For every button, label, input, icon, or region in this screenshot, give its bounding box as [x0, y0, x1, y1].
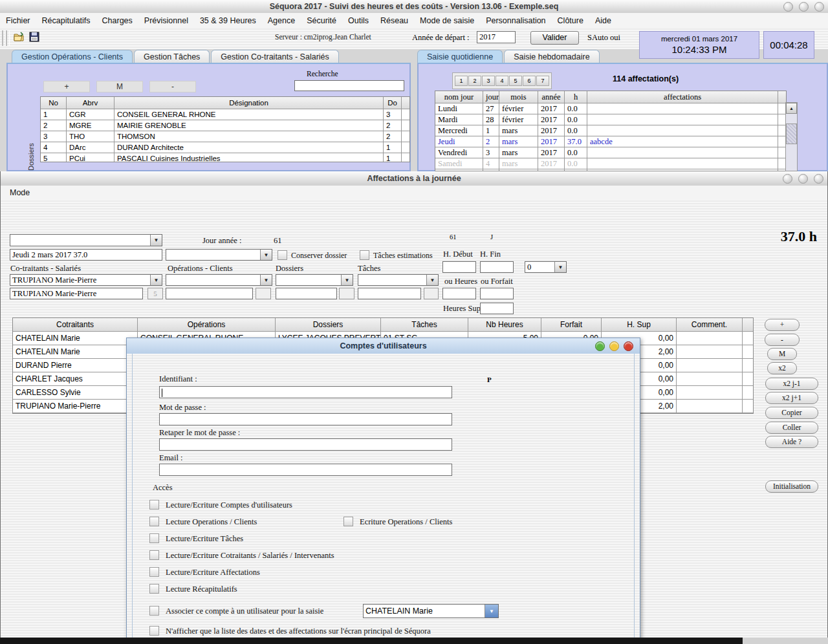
display-only-checkbox[interactable]	[149, 626, 159, 636]
ou-forfait-input[interactable]	[480, 288, 514, 299]
access-checkbox-ecriture-operations-clients[interactable]	[343, 517, 353, 526]
table-row[interactable]: Jeudi2mars201737.0aabcde	[435, 136, 786, 147]
maximize-icon[interactable]	[799, 2, 809, 12]
pager-button-4[interactable]: 4	[496, 76, 508, 86]
validate-year-button[interactable]: Valider	[530, 31, 579, 45]
table-row[interactable]: 1CGRCONSEIL GENERAL RHONE3	[41, 109, 409, 120]
toolbar-grip[interactable]	[6, 30, 10, 46]
taches-estimations-checkbox[interactable]	[360, 250, 369, 260]
secondary-combo[interactable]: ▼	[166, 249, 272, 261]
side-button-m[interactable]: M	[767, 348, 797, 360]
main-titlebar[interactable]: Séquora 2017 - Suivi des heures et des c…	[0, 0, 828, 14]
access-checkbox-lecture-operations-clients[interactable]	[149, 517, 159, 526]
menu-fichier[interactable]: Fichier	[0, 16, 36, 25]
h-fin-input[interactable]	[480, 261, 514, 273]
heures-sup-input[interactable]	[480, 303, 514, 314]
table-row[interactable]: 4DArcDURAND Architecte1	[41, 142, 409, 153]
search-input[interactable]	[294, 80, 404, 91]
initialisation-button[interactable]: Initialisation	[765, 480, 818, 493]
start-year-input[interactable]	[477, 31, 516, 43]
chevron-down-icon[interactable]: ▼	[341, 275, 353, 285]
close-icon[interactable]	[624, 341, 633, 351]
chevron-down-icon[interactable]: ▼	[260, 275, 272, 285]
side-button-coller[interactable]: Coller	[765, 422, 818, 434]
operations-combo[interactable]: ▼	[166, 274, 272, 286]
days-scrollbar[interactable]: ▲	[785, 102, 798, 171]
chevron-down-icon[interactable]: ▼	[150, 275, 162, 285]
pager-button-7[interactable]: 7	[536, 76, 549, 86]
close-icon[interactable]	[814, 174, 823, 184]
maximize-icon[interactable]	[798, 174, 808, 184]
close-icon[interactable]	[814, 2, 824, 12]
menu-outils[interactable]: Outils	[342, 16, 375, 25]
cotraitant-combo[interactable]: TRUPIANO Marie-Pierre▼	[10, 274, 162, 286]
scrollbar-thumb[interactable]	[786, 123, 797, 144]
menu-35-39-heures[interactable]: 35 & 39 Heures	[194, 16, 262, 25]
side-button-[interactable]: -	[765, 334, 800, 346]
cotraitant-field[interactable]: TRUPIANO Marie-Pierre	[10, 288, 143, 299]
access-checkbox-lecture-ecriture-t-ches[interactable]	[149, 533, 159, 543]
menu-agence[interactable]: Agence	[262, 16, 301, 25]
client-modify-button[interactable]: M	[96, 81, 143, 92]
password-input[interactable]	[159, 413, 452, 425]
menu-aide[interactable]: Aide	[589, 16, 617, 25]
tab-gestion-co-traitants-salari-s[interactable]: Gestion Co-traitants - Salariés	[211, 50, 338, 63]
side-button-copier[interactable]: Copier	[765, 407, 818, 419]
access-checkbox-lecture-r-capitulatifs[interactable]	[149, 584, 159, 594]
menu-mode[interactable]: Mode	[1, 188, 36, 197]
dossiers-combo[interactable]: ▼	[276, 274, 353, 286]
pager-button-6[interactable]: 6	[523, 76, 536, 86]
side-button-[interactable]: +	[765, 319, 800, 331]
open-file-icon[interactable]	[13, 31, 25, 45]
menu-charges[interactable]: Charges	[96, 16, 138, 25]
client-add-button[interactable]: +	[43, 81, 90, 92]
menu-r-seau[interactable]: Réseau	[375, 16, 414, 25]
associer-checkbox[interactable]	[149, 606, 159, 616]
pager-button-1[interactable]: 1	[455, 76, 468, 86]
tab-gestion-op-rations-clients[interactable]: Gestion Opérations - Clients	[12, 50, 133, 63]
retype-password-input[interactable]	[159, 438, 452, 451]
chevron-down-icon[interactable]: ▼	[554, 262, 566, 272]
h-debut-input[interactable]	[442, 261, 476, 273]
taches-field[interactable]	[358, 288, 421, 299]
tab-saisie-hebdomadaire[interactable]: Saisie hebdomadaire	[504, 50, 599, 63]
table-row[interactable]: 5PCuiPASCALI Cuisines Industrielles1	[41, 153, 409, 162]
day-select-combo[interactable]: ▼	[10, 234, 162, 246]
taches-combo[interactable]: ▼	[358, 274, 439, 286]
chevron-down-icon[interactable]: ▼	[485, 605, 498, 617]
selected-date-field[interactable]: Jeudi 2 mars 2017 37.0	[10, 249, 162, 261]
access-checkbox-lecture-ecriture-comptes-d-utilisateurs[interactable]	[149, 500, 159, 510]
save-icon[interactable]	[28, 31, 40, 45]
chevron-down-icon[interactable]: ▼	[150, 235, 162, 246]
identifiant-input[interactable]	[159, 386, 452, 398]
menu-pr-visionnel[interactable]: Prévisionnel	[138, 16, 194, 25]
menu-mode-de-saisie[interactable]: Mode de saisie	[414, 16, 480, 25]
minimize-icon[interactable]	[783, 174, 792, 184]
pager-button-2[interactable]: 2	[468, 76, 481, 86]
scroll-up-icon[interactable]: ▲	[786, 103, 797, 114]
access-checkbox-lecture-ecriture-cotraitants-salari-s-intervenants[interactable]	[149, 550, 159, 560]
maximize-icon[interactable]	[609, 341, 619, 351]
table-row[interactable]: 2MGREMAIRIE GRENOBLE2	[41, 120, 409, 131]
zero-combo[interactable]: 0▼	[525, 261, 567, 273]
chevron-down-icon[interactable]: ▼	[260, 250, 272, 260]
dossiers-field[interactable]	[276, 288, 337, 299]
table-row[interactable]: Vendredi3mars20170.0	[435, 147, 786, 158]
table-row[interactable]: 3THOTHOMSON2	[41, 131, 409, 142]
ou-heures-input[interactable]	[442, 288, 476, 299]
table-row[interactable]: Mercredi1mars20170.0	[435, 125, 786, 136]
minimize-icon[interactable]	[595, 341, 605, 351]
menu-s-curit[interactable]: Sécurité	[301, 16, 342, 25]
pager-button-3[interactable]: 3	[482, 76, 495, 86]
operations-field[interactable]	[166, 288, 253, 299]
dialog-titlebar[interactable]: Comptes d'utilisateurs	[127, 338, 640, 354]
affectations-titlebar[interactable]: Affectations à la journée	[1, 171, 827, 186]
minimize-icon[interactable]	[783, 2, 793, 12]
associer-user-combo[interactable]: CHATELAIN Marie ▼	[363, 604, 499, 618]
tab-saisie-quotidienne[interactable]: Saisie quotidienne	[417, 50, 503, 63]
client-remove-button[interactable]: -	[149, 81, 196, 92]
side-button-x2[interactable]: x2	[767, 362, 797, 374]
pager-button-5[interactable]: 5	[509, 76, 522, 86]
table-row[interactable]: Samedi4mars20170.0	[435, 158, 786, 169]
chevron-down-icon[interactable]: ▼	[426, 275, 438, 285]
